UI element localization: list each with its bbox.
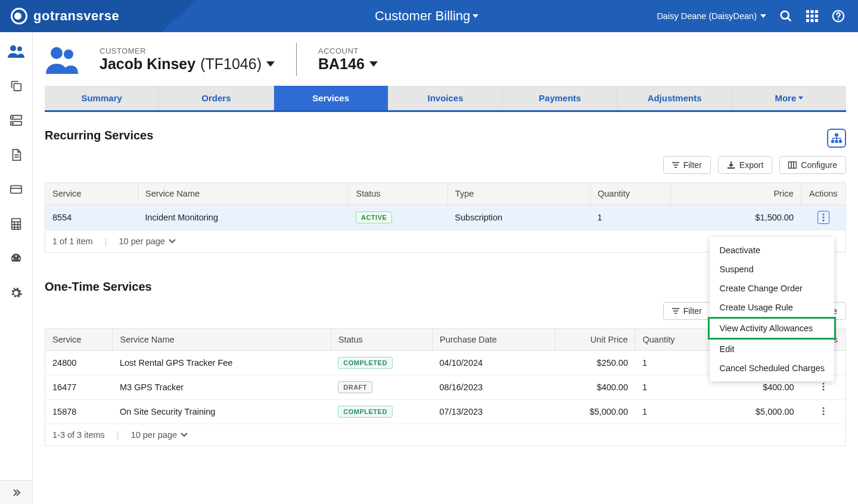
svg-point-60 <box>822 385 824 387</box>
hierarchy-button[interactable] <box>827 129 846 148</box>
col-service-name[interactable]: Service Name <box>113 329 331 351</box>
recurring-services-section: Recurring Services Filter Export Configu… <box>45 129 846 253</box>
cell-status: COMPLETED <box>331 351 432 375</box>
nav-card-icon[interactable] <box>8 181 24 198</box>
svg-point-31 <box>64 49 73 59</box>
brand-logo[interactable]: gotransverse <box>11 8 119 24</box>
action-deactivate[interactable]: Deactivate <box>710 241 834 260</box>
col-quantity[interactable]: Quantity <box>590 183 670 205</box>
pager-perpage-label: 10 per page <box>131 430 177 440</box>
tab-orders[interactable]: Orders <box>159 86 273 110</box>
svg-rect-7 <box>815 15 818 18</box>
nav-document-icon[interactable] <box>8 147 24 163</box>
col-status[interactable]: Status <box>331 329 432 351</box>
nav-server-icon[interactable] <box>8 112 24 129</box>
app-title-text: Customer Billing <box>375 8 470 24</box>
logo-icon <box>11 8 27 24</box>
row-actions-button[interactable] <box>817 211 829 224</box>
svg-rect-35 <box>839 140 842 143</box>
recurring-table: Service Service Name Status Type Quantit… <box>45 182 846 231</box>
col-service-name[interactable]: Service Name <box>138 183 349 205</box>
tab-payments[interactable]: Payments <box>503 86 617 110</box>
configure-button[interactable]: Configure <box>779 156 846 174</box>
cell-service: 24800 <box>45 351 113 375</box>
action-suspend[interactable]: Suspend <box>710 260 834 279</box>
svg-point-19 <box>13 123 14 124</box>
cell-status: COMPLETED <box>331 400 432 424</box>
table-row[interactable]: 8554 Incident Monitoring ACTIVE Subscrip… <box>45 205 846 231</box>
cell-unit-price: $250.00 <box>555 351 635 375</box>
svg-point-49 <box>822 219 824 221</box>
action-cancel-scheduled-charges[interactable]: Cancel Scheduled Charges <box>710 359 834 378</box>
col-unit-price[interactable]: Unit Price <box>555 329 635 351</box>
col-service[interactable]: Service <box>45 183 138 205</box>
col-status[interactable]: Status <box>349 183 447 205</box>
filter-label: Filter <box>683 160 702 170</box>
col-quantity[interactable]: Quantity <box>635 329 715 351</box>
row-actions-button[interactable] <box>822 407 825 415</box>
pager-perpage-dropdown[interactable]: 10 per page <box>131 430 188 440</box>
col-purchase-date[interactable]: Purchase Date <box>433 329 555 351</box>
svg-rect-8 <box>806 19 809 22</box>
action-create-usage-rule[interactable]: Create Usage Rule <box>710 298 834 317</box>
svg-point-63 <box>822 410 824 412</box>
nav-calculator-icon[interactable] <box>8 216 24 232</box>
cell-service: 16477 <box>45 375 113 400</box>
tab-services[interactable]: Services <box>274 86 388 110</box>
customer-name-text: Jacob Kinsey <box>100 55 195 73</box>
nav-dashboard-icon[interactable] <box>8 250 24 267</box>
svg-rect-34 <box>835 140 838 143</box>
filter-button[interactable]: Filter <box>663 156 711 174</box>
nav-copy-icon[interactable] <box>8 77 24 94</box>
status-badge: COMPLETED <box>338 357 393 369</box>
tab-adjustments[interactable]: Adjustments <box>617 86 732 110</box>
chevron-down-icon <box>472 14 478 18</box>
col-price[interactable]: Price <box>671 183 801 205</box>
cell-service-name: Incident Monitoring <box>138 205 349 231</box>
app-title-dropdown[interactable]: Customer Billing <box>197 8 657 24</box>
export-button[interactable]: Export <box>718 156 772 174</box>
customer-dropdown[interactable]: Jacob Kinsey (TF1046) <box>100 55 275 73</box>
nav-customers-icon[interactable] <box>8 43 24 60</box>
actions-dropdown: Deactivate Suspend Create Change Order C… <box>710 237 834 381</box>
svg-rect-10 <box>815 19 818 22</box>
tab-summary[interactable]: Summary <box>45 86 159 110</box>
action-view-activity-allowances[interactable]: View Activity Allowances <box>710 319 834 338</box>
brand-text: gotransverse <box>33 8 119 24</box>
cell-service: 15878 <box>45 400 113 424</box>
cell-quantity: 1 <box>635 351 715 375</box>
cell-quantity: 1 <box>635 400 715 424</box>
user-menu[interactable]: Daisy Deane (DaisyDean) <box>657 11 766 21</box>
tab-bar: Summary Orders Services Invoices Payment… <box>45 86 846 112</box>
help-icon[interactable] <box>832 10 845 23</box>
tab-invoices[interactable]: Invoices <box>388 86 503 110</box>
nav-expand-toggle[interactable] <box>0 480 32 504</box>
status-badge: DRAFT <box>338 381 372 393</box>
col-service[interactable]: Service <box>45 329 113 351</box>
search-icon[interactable] <box>779 10 792 23</box>
col-type[interactable]: Type <box>447 183 590 205</box>
table-row[interactable]: 15878 On Site Security Training COMPLETE… <box>45 400 846 424</box>
customer-code: (TF1046) <box>200 55 262 73</box>
svg-rect-3 <box>811 10 814 13</box>
cell-type: Subscription <box>447 205 590 231</box>
chevron-down-icon <box>760 14 766 18</box>
cell-service-name: On Site Security Training <box>113 400 331 424</box>
action-edit[interactable]: Edit <box>710 340 834 359</box>
svg-rect-2 <box>806 10 809 13</box>
cell-price: $5,000.00 <box>715 400 801 424</box>
apps-grid-icon[interactable] <box>806 10 819 23</box>
tab-more[interactable]: More <box>732 86 846 110</box>
svg-rect-5 <box>806 15 809 18</box>
chevron-down-icon <box>798 97 803 99</box>
recurring-toolbar: Filter Export Configure <box>45 156 846 174</box>
action-create-change-order[interactable]: Create Change Order <box>710 279 834 298</box>
svg-point-47 <box>822 213 824 215</box>
svg-point-18 <box>13 117 14 118</box>
row-actions-button[interactable] <box>822 382 825 391</box>
filter-button[interactable]: Filter <box>663 302 711 320</box>
pager-perpage-dropdown[interactable]: 10 per page <box>119 237 175 246</box>
customer-header: CUSTOMER Jacob Kinsey (TF1046) ACCOUNT B… <box>45 43 846 76</box>
nav-settings-icon[interactable] <box>8 285 24 301</box>
account-dropdown[interactable]: BA146 <box>318 55 378 73</box>
